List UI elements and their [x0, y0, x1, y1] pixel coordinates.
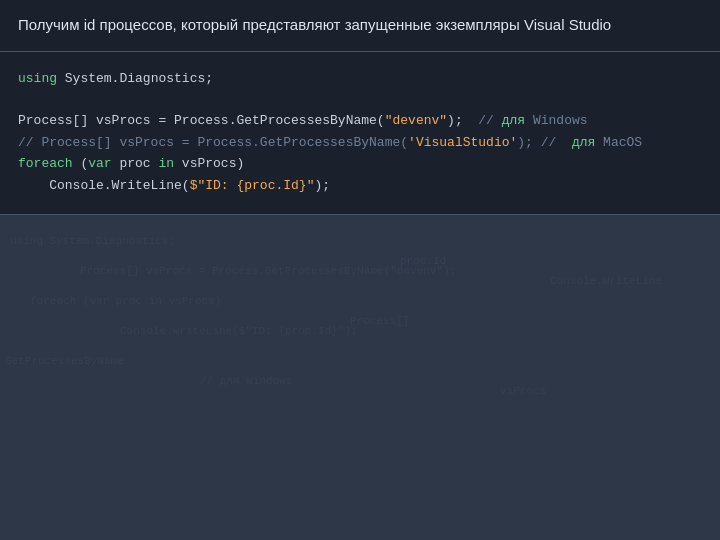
header-title: Получим id процессов, который представля… — [18, 14, 702, 37]
bg-text-10: Console.WriteLine — [550, 275, 662, 287]
string-id: $"ID: {proc.Id}" — [190, 178, 315, 193]
keyword-in: in — [158, 156, 174, 171]
code-section: using System.Diagnostics; Process[] vsPr… — [0, 52, 720, 216]
bg-text-7: proc.Id — [400, 255, 446, 267]
bg-text-1: using System.Diagnostics; — [10, 235, 175, 247]
slide-container: Получим id процессов, который представля… — [0, 0, 720, 540]
code-line-4: // Process[] vsProcs = Process.GetProces… — [18, 132, 702, 153]
comment-4a: // Process[] vsProcs = Process.GetProces… — [18, 135, 408, 150]
comment-3: // — [478, 113, 501, 128]
code-block: using System.Diagnostics; Process[] vsPr… — [18, 68, 702, 197]
plain-5b: proc — [112, 156, 159, 171]
bg-text-3: foreach (var proc in vsProcs) — [30, 295, 221, 307]
code-line-1: using System.Diagnostics; — [18, 68, 702, 89]
plain-3a: Process[] vsProcs = Process.GetProcesses… — [18, 113, 385, 128]
plain-5c: vsProcs) — [174, 156, 244, 171]
lower-section: using System.Diagnostics; Process[] vsPr… — [0, 215, 720, 540]
keyword-var: var — [88, 156, 111, 171]
plain-1: System.Diagnostics; — [57, 71, 213, 86]
string-visualstudio: 'VisualStudio' — [408, 135, 517, 150]
keyword-foreach: foreach — [18, 156, 73, 171]
code-line-3: Process[] vsProcs = Process.GetProcesses… — [18, 110, 702, 131]
comment-keyword-4: для — [572, 135, 595, 150]
code-line-5: foreach (var proc in vsProcs) — [18, 153, 702, 174]
comment-4b: ); // — [517, 135, 572, 150]
keyword-using: using — [18, 71, 57, 86]
header: Получим id процессов, который представля… — [0, 0, 720, 52]
bg-text-5: GetProcessesByName — [5, 355, 124, 367]
string-devenv: "devenv" — [385, 113, 447, 128]
bg-text-2: Process[] vsProcs = Process.GetProcesses… — [80, 265, 456, 277]
comment-4c: MacOS — [595, 135, 642, 150]
comment-keyword-3: для — [502, 113, 525, 128]
plain-6b: ); — [314, 178, 330, 193]
bg-text-6: // для Windows — [200, 375, 292, 387]
plain-3b: ); — [447, 113, 478, 128]
code-line-2 — [18, 89, 702, 110]
bg-text-8: Process[] — [350, 315, 409, 327]
code-line-6: Console.WriteLine($"ID: {proc.Id}"); — [18, 175, 702, 196]
comment-3b: Windows — [525, 113, 587, 128]
bg-text-4: Console.WriteLine($"ID: {proc.Id}"); — [120, 325, 358, 337]
bg-text-9: vsProcs — [500, 385, 546, 397]
plain-5a: ( — [73, 156, 89, 171]
plain-6a: Console.WriteLine( — [18, 178, 190, 193]
